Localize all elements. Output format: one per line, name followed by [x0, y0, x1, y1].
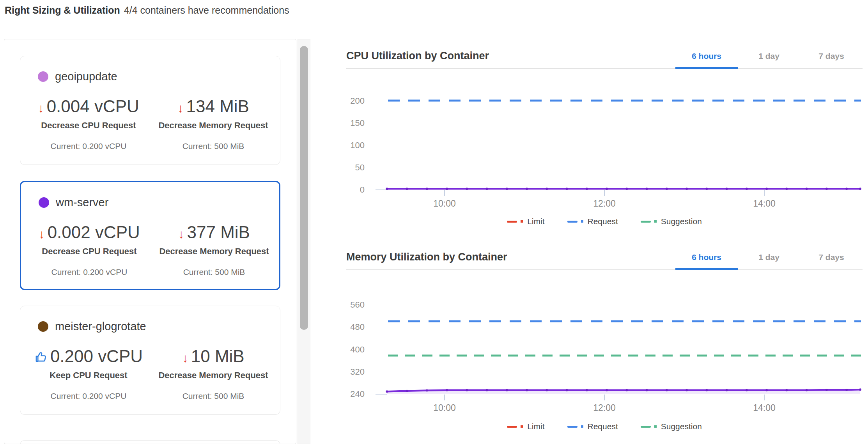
svg-text:12:00: 12:00: [593, 403, 616, 412]
container-name: geoipupdate: [55, 70, 117, 83]
container-color-dot: [39, 197, 49, 208]
cpu-recommendation: ↓0.004 vCPU Decrease CPU Request Current…: [26, 98, 151, 151]
svg-text:400: 400: [350, 345, 365, 354]
svg-text:150: 150: [350, 118, 365, 128]
request-dash-icon: [567, 221, 577, 223]
decrease-arrow-icon: ↓: [178, 228, 184, 240]
tab-1-day[interactable]: 1 day: [738, 245, 800, 269]
cpu-utilization-section: CPU Utilization by Container 6 hours 1 d…: [346, 44, 863, 226]
request-dash-icon: [567, 426, 577, 428]
cpu-current-value: Current: 0.200 vCPU: [26, 142, 151, 151]
cpu-recommended-value: ↓0.004 vCPU: [26, 98, 151, 115]
legend-item-suggestion[interactable]: Suggestion: [641, 217, 702, 226]
request-dot-icon: [581, 220, 583, 223]
chart-header: CPU Utilization by Container 6 hours 1 d…: [346, 44, 863, 69]
memory-chart-title: Memory Utilization by Container: [346, 251, 507, 263]
legend-item-limit[interactable]: Limit: [507, 217, 544, 226]
memory-current-value: Current: 500 MiB: [152, 267, 276, 277]
decrease-arrow-icon: ↓: [177, 102, 184, 114]
container-color-dot: [38, 321, 48, 332]
container-name: wm-server: [56, 196, 108, 209]
svg-text:10:00: 10:00: [433, 403, 456, 412]
container-card-wm-server[interactable]: wm-server ↓0.002 vCPU Decrease CPU Reque…: [20, 181, 280, 290]
cpu-action-label: Decrease CPU Request: [27, 246, 152, 257]
cpu-utilization-chart[interactable]: 20015010050010:0012:0014:00: [346, 89, 863, 207]
cpu-recommendation: ↓0.002 vCPU Decrease CPU Request Current…: [27, 224, 152, 277]
legend-item-suggestion[interactable]: Suggestion: [641, 422, 702, 431]
svg-text:14:00: 14:00: [753, 198, 776, 207]
suggestion-dash-icon: [641, 221, 651, 223]
cpu-recommended-value: ↓0.002 vCPU: [27, 224, 152, 241]
tab-1-day[interactable]: 1 day: [738, 44, 800, 68]
container-card-meister-glogrotate[interactable]: meister-glogrotate 0.200 vCPU Keep CPU R…: [20, 306, 280, 415]
scrollbar-thumb[interactable]: [300, 46, 308, 330]
suggestion-dot-icon: [654, 425, 657, 428]
recommendations-row: ↓0.002 vCPU Decrease CPU Request Current…: [21, 224, 279, 277]
time-range-tabs: 6 hours 1 day 7 days: [675, 245, 863, 269]
card-header: geoipupdate: [20, 56, 280, 83]
memory-utilization-chart[interactable]: 56048040032024010:0012:0014:00: [346, 290, 863, 412]
memory-recommendation: ↓134 MiB Decrease Memory Request Current…: [151, 98, 276, 151]
chart-legend: Limit Request Suggestion: [346, 217, 863, 226]
page-subtitle: 4/4 containers have recommendations: [124, 5, 289, 16]
time-range-tabs: 6 hours 1 day 7 days: [675, 44, 863, 68]
cpu-current-value: Current: 0.200 vCPU: [27, 267, 152, 277]
cpu-action-label: Decrease CPU Request: [26, 120, 151, 131]
memory-current-value: Current: 500 MiB: [151, 142, 276, 151]
memory-recommendation: ↓377 MiB Decrease Memory Request Current…: [152, 224, 276, 277]
card-header: meister-glogrotate: [20, 306, 280, 333]
tab-6-hours[interactable]: 6 hours: [675, 44, 738, 68]
container-card-partial[interactable]: [20, 440, 280, 444]
card-header: wm-server: [21, 182, 279, 209]
limit-dot-icon: [521, 425, 523, 428]
memory-recommended-value: ↓134 MiB: [151, 98, 276, 115]
limit-dash-icon: [507, 426, 517, 428]
container-card-geoipupdate[interactable]: geoipupdate ↓0.004 vCPU Decrease CPU Req…: [20, 56, 280, 165]
right-sizing-page: Right Sizing & Utilization4/4 containers…: [0, 0, 868, 446]
chart-legend: Limit Request Suggestion: [346, 422, 863, 431]
cpu-action-label: Keep CPU Request: [26, 370, 151, 381]
memory-action-label: Decrease Memory Request: [151, 120, 276, 131]
tab-7-days[interactable]: 7 days: [800, 44, 863, 68]
memory-action-label: Decrease Memory Request: [151, 370, 276, 381]
chart-header: Memory Utilization by Container 6 hours …: [346, 245, 863, 270]
memory-recommended-value: ↓377 MiB: [152, 224, 276, 241]
svg-text:50: 50: [355, 163, 365, 172]
memory-recommendation: ↓10 MiB Decrease Memory Request Current:…: [151, 348, 276, 401]
page-title: Right Sizing & Utilization: [5, 5, 120, 16]
charts-column: CPU Utilization by Container 6 hours 1 d…: [346, 44, 863, 431]
recommendations-row: 0.200 vCPU Keep CPU Request Current: 0.2…: [20, 348, 280, 401]
decrease-arrow-icon: ↓: [38, 102, 44, 114]
cpu-chart-title: CPU Utilization by Container: [346, 50, 489, 62]
svg-text:14:00: 14:00: [753, 403, 776, 412]
thumbs-up-icon: [34, 350, 48, 364]
legend-item-request[interactable]: Request: [567, 217, 618, 226]
svg-text:0: 0: [360, 185, 365, 195]
limit-dash-icon: [507, 221, 517, 223]
tab-6-hours[interactable]: 6 hours: [675, 245, 738, 269]
scrollbar[interactable]: [298, 39, 310, 444]
svg-text:200: 200: [350, 96, 365, 106]
container-color-dot: [38, 71, 48, 82]
cpu-current-value: Current: 0.200 vCPU: [26, 391, 151, 401]
legend-item-limit[interactable]: Limit: [507, 422, 544, 431]
recommendations-row: ↓0.004 vCPU Decrease CPU Request Current…: [20, 98, 280, 151]
limit-dot-icon: [521, 220, 523, 223]
container-name: meister-glogrotate: [55, 320, 146, 333]
page-header: Right Sizing & Utilization4/4 containers…: [5, 5, 289, 16]
memory-utilization-section: Memory Utilization by Container 6 hours …: [346, 245, 863, 431]
svg-text:560: 560: [350, 300, 365, 310]
decrease-arrow-icon: ↓: [39, 228, 45, 240]
legend-item-request[interactable]: Request: [567, 422, 618, 431]
svg-text:12:00: 12:00: [593, 198, 616, 207]
suggestion-dot-icon: [654, 220, 657, 223]
request-dot-icon: [581, 425, 583, 428]
svg-text:480: 480: [350, 322, 365, 332]
suggestion-dash-icon: [641, 426, 651, 428]
tab-7-days[interactable]: 7 days: [800, 245, 863, 269]
svg-text:240: 240: [350, 389, 365, 399]
container-list-panel: geoipupdate ↓0.004 vCPU Decrease CPU Req…: [4, 39, 296, 444]
svg-text:100: 100: [350, 140, 365, 150]
cpu-recommendation: 0.200 vCPU Keep CPU Request Current: 0.2…: [26, 348, 151, 401]
memory-recommended-value: ↓10 MiB: [151, 348, 276, 365]
